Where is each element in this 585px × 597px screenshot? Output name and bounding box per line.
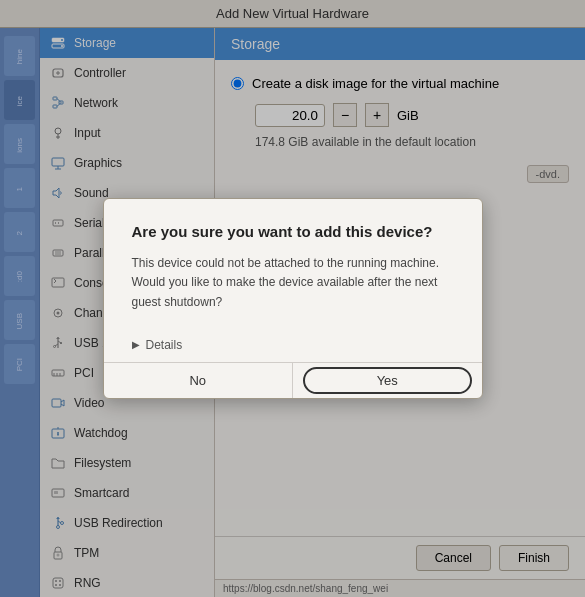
- details-expand-arrow: ▶: [132, 339, 140, 350]
- yes-button-label: Yes: [377, 373, 398, 388]
- confirm-dialog: Are you sure you want to add this device…: [103, 198, 483, 399]
- dialog-overlay: Are you sure you want to add this device…: [0, 0, 585, 597]
- dialog-buttons: No Yes: [104, 362, 482, 398]
- no-button[interactable]: No: [104, 363, 294, 398]
- dialog-body: Are you sure you want to add this device…: [104, 199, 482, 328]
- dialog-title: Are you sure you want to add this device…: [132, 223, 454, 240]
- main-window: Add New Virtual Hardware hine ice ions 1…: [0, 0, 585, 597]
- yes-button[interactable]: Yes: [293, 363, 482, 398]
- dialog-details-row[interactable]: ▶ Details: [104, 328, 482, 362]
- dialog-message: This device could not be attached to the…: [132, 254, 454, 312]
- dialog-details-label: Details: [146, 338, 183, 352]
